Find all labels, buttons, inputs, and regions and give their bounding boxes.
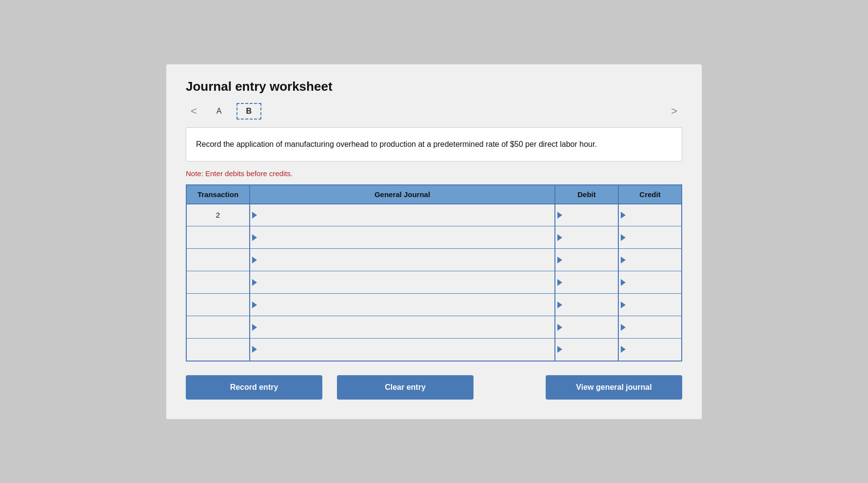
credit-cell-4[interactable] <box>618 271 682 294</box>
debit-input-7[interactable] <box>555 345 618 353</box>
transaction-cell-2 <box>186 226 250 249</box>
debit-input-1[interactable] <box>555 211 618 219</box>
buttons-row: Record entry Clear entry View general jo… <box>186 375 682 400</box>
credit-input-2[interactable] <box>619 234 681 242</box>
journal-input-7[interactable] <box>250 345 554 353</box>
table-row <box>186 226 682 249</box>
transaction-cell-1: 2 <box>186 204 250 226</box>
nav-right-arrow[interactable]: > <box>666 103 682 120</box>
credit-cell-3[interactable] <box>618 249 682 271</box>
debit-input-4[interactable] <box>555 279 618 286</box>
credit-cell-5[interactable] <box>618 294 682 316</box>
debit-input-6[interactable] <box>555 323 618 331</box>
nav-left-arrow[interactable]: < <box>186 103 202 120</box>
credit-cell-2[interactable] <box>618 226 682 249</box>
debit-cell-7[interactable] <box>555 339 618 361</box>
credit-input-1[interactable] <box>619 211 681 219</box>
arrow-icon <box>621 212 626 219</box>
credit-input-4[interactable] <box>619 279 681 286</box>
arrow-icon <box>621 302 626 308</box>
credit-input-6[interactable] <box>619 323 681 331</box>
table-row <box>186 294 682 316</box>
main-container: Journal entry worksheet < A B > Record t… <box>166 64 702 420</box>
arrow-icon <box>621 346 626 353</box>
debit-cell-4[interactable] <box>555 271 618 294</box>
arrow-icon <box>557 324 562 331</box>
col-header-debit: Debit <box>555 185 618 204</box>
journal-input-1[interactable] <box>250 211 554 219</box>
arrow-icon <box>252 257 257 263</box>
credit-input-3[interactable] <box>619 256 681 264</box>
transaction-cell-3 <box>186 249 250 271</box>
tab-A[interactable]: A <box>207 103 232 120</box>
table-row <box>186 316 682 339</box>
debit-cell-6[interactable] <box>555 316 618 339</box>
journal-cell-3[interactable] <box>250 249 555 271</box>
journal-input-5[interactable] <box>250 301 554 309</box>
col-header-transaction: Transaction <box>186 185 250 204</box>
tab-navigation: < A B > <box>186 103 682 120</box>
arrow-icon <box>252 234 257 241</box>
arrow-icon <box>557 234 562 241</box>
journal-cell-6[interactable] <box>250 316 555 339</box>
journal-input-6[interactable] <box>250 323 554 331</box>
journal-table: Transaction General Journal Debit Credit… <box>186 184 682 362</box>
journal-cell-7[interactable] <box>250 339 555 361</box>
transaction-cell-4 <box>186 271 250 294</box>
journal-input-4[interactable] <box>250 279 554 286</box>
arrow-icon <box>621 234 626 241</box>
col-header-general-journal: General Journal <box>250 185 555 204</box>
table-row <box>186 271 682 294</box>
transaction-cell-6 <box>186 316 250 339</box>
note-text: Note: Enter debits before credits. <box>186 169 682 178</box>
arrow-icon <box>252 212 257 219</box>
arrow-icon <box>252 279 257 286</box>
debit-input-2[interactable] <box>555 234 618 242</box>
transaction-cell-7 <box>186 339 250 361</box>
credit-input-5[interactable] <box>619 301 681 309</box>
debit-input-3[interactable] <box>555 256 618 264</box>
debit-cell-5[interactable] <box>555 294 618 316</box>
arrow-icon <box>557 346 562 353</box>
debit-cell-3[interactable] <box>555 249 618 271</box>
debit-cell-2[interactable] <box>555 226 618 249</box>
arrow-icon <box>252 302 257 308</box>
journal-cell-5[interactable] <box>250 294 555 316</box>
journal-cell-4[interactable] <box>250 271 555 294</box>
debit-cell-1[interactable] <box>555 204 618 226</box>
record-entry-button[interactable]: Record entry <box>186 375 322 400</box>
description-text: Record the application of manufacturing … <box>196 140 597 148</box>
description-box: Record the application of manufacturing … <box>186 127 682 161</box>
arrow-icon <box>621 257 626 263</box>
debit-input-5[interactable] <box>555 301 618 309</box>
table-row: 2 <box>186 204 682 226</box>
transaction-cell-5 <box>186 294 250 316</box>
arrow-icon <box>252 324 257 331</box>
arrow-icon <box>557 257 562 263</box>
arrow-icon <box>557 212 562 219</box>
arrow-icon <box>621 279 626 286</box>
page-title: Journal entry worksheet <box>186 79 682 94</box>
journal-cell-2[interactable] <box>250 226 555 249</box>
arrow-icon <box>557 302 562 308</box>
credit-cell-1[interactable] <box>618 204 682 226</box>
journal-input-3[interactable] <box>250 256 554 264</box>
table-row <box>186 249 682 271</box>
clear-entry-button[interactable]: Clear entry <box>337 375 473 400</box>
table-row <box>186 339 682 361</box>
arrow-icon <box>557 279 562 286</box>
credit-cell-6[interactable] <box>618 316 682 339</box>
arrow-icon <box>621 324 626 331</box>
arrow-icon <box>252 346 257 353</box>
journal-cell-1[interactable] <box>250 204 555 226</box>
credit-input-7[interactable] <box>619 345 681 353</box>
tab-B[interactable]: B <box>237 103 262 120</box>
col-header-credit: Credit <box>618 185 682 204</box>
journal-input-2[interactable] <box>250 234 554 242</box>
credit-cell-7[interactable] <box>618 339 682 361</box>
view-general-journal-button[interactable]: View general journal <box>546 375 682 400</box>
